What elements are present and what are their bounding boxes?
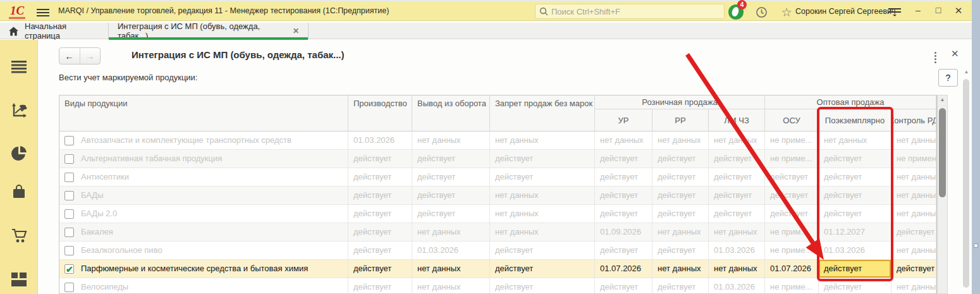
- value-cell[interactable]: действует: [652, 150, 709, 168]
- value-cell[interactable]: действует: [595, 242, 652, 259]
- selected-cell[interactable]: действует: [819, 260, 891, 278]
- product-name-cell[interactable]: Бакалея: [59, 223, 348, 241]
- col-header-ur[interactable]: УР: [595, 109, 652, 132]
- col-group-retail[interactable]: Розничная продажа: [595, 95, 765, 109]
- value-cell[interactable]: действует: [595, 187, 652, 204]
- value-cell[interactable]: действует: [765, 168, 819, 186]
- value-cell[interactable]: нет данных: [891, 205, 936, 223]
- value-cell[interactable]: не приме...: [765, 150, 819, 168]
- value-cell[interactable]: действует: [819, 278, 891, 294]
- window-maximize-button[interactable]: □: [931, 5, 945, 15]
- row-checkbox[interactable]: [64, 136, 74, 145]
- table-row[interactable]: Альтернативная табачная продукциядейству…: [59, 150, 936, 168]
- table-vertical-scrollbar[interactable]: ▲: [937, 95, 948, 294]
- value-cell[interactable]: 01.03.2026: [709, 242, 765, 259]
- value-cell[interactable]: нет данных: [490, 205, 595, 223]
- value-cell[interactable]: действует: [819, 168, 891, 186]
- global-search-input[interactable]: Поиск Ctrl+Shift+F: [535, 4, 725, 19]
- value-cell[interactable]: 01.12.2027: [819, 223, 891, 241]
- sidebar-crm-pie-icon[interactable]: [11, 146, 27, 161]
- col-header-per-item[interactable]: Поэкземплярно: [819, 109, 891, 132]
- value-cell[interactable]: 01.03.2026: [819, 242, 891, 259]
- form-close-icon[interactable]: ✕: [951, 48, 959, 59]
- value-cell[interactable]: не примен...: [891, 150, 936, 168]
- value-cell[interactable]: нет данных: [412, 132, 490, 149]
- value-cell[interactable]: не приме...: [765, 242, 819, 259]
- value-cell[interactable]: действует: [348, 150, 412, 168]
- tab-home-page[interactable]: Начальная страница: [0, 23, 109, 39]
- col-header-rr[interactable]: РР: [652, 109, 709, 132]
- value-cell[interactable]: не приме...: [765, 132, 819, 149]
- value-cell[interactable]: действует: [490, 168, 595, 186]
- window-minimize-button[interactable]: –: [911, 5, 925, 15]
- value-cell[interactable]: действует: [348, 168, 412, 186]
- value-cell[interactable]: нет данных: [490, 187, 595, 204]
- col-header-control-rd[interactable]: Контроль РД: [891, 109, 936, 132]
- value-cell[interactable]: действует: [348, 260, 412, 278]
- value-cell[interactable]: нет данных: [412, 223, 490, 241]
- value-cell[interactable]: действует: [819, 205, 891, 223]
- table-row[interactable]: БАДыдействуетдействуетнет данныхдействуе…: [59, 187, 936, 205]
- splitter-grip[interactable]: [974, 243, 978, 248]
- value-cell[interactable]: нет данных: [652, 132, 709, 149]
- scroll-up-icon[interactable]: ▲: [938, 95, 947, 104]
- value-cell[interactable]: действует: [652, 168, 709, 186]
- value-cell[interactable]: действует: [490, 278, 595, 294]
- current-user-name[interactable]: Сорокин Сергей Сергеевич: [795, 7, 896, 16]
- notifications-button[interactable]: 4: [727, 3, 744, 20]
- value-cell[interactable]: нет данных: [412, 260, 490, 278]
- sidebar-warehouse-tiles-icon[interactable]: [11, 273, 27, 288]
- value-cell[interactable]: действует: [412, 187, 490, 204]
- main-menu-icon[interactable]: [37, 7, 49, 18]
- value-cell[interactable]: 01.07.2026: [765, 260, 819, 278]
- row-checkbox[interactable]: [64, 154, 74, 164]
- value-cell[interactable]: действует: [595, 278, 652, 294]
- more-menu-icon[interactable]: [932, 51, 938, 64]
- value-cell[interactable]: 01.09.2026: [595, 223, 652, 241]
- value-cell[interactable]: действует: [709, 168, 765, 186]
- product-name-cell[interactable]: Парфюмерные и косметические средства и б…: [59, 260, 348, 278]
- value-cell[interactable]: нет данных: [891, 278, 936, 294]
- sidebar-main-menu-icon[interactable]: [11, 61, 27, 76]
- value-cell[interactable]: действует: [652, 278, 709, 294]
- history-icon[interactable]: [754, 4, 769, 20]
- back-button[interactable]: ←: [59, 48, 80, 64]
- value-cell[interactable]: действует: [765, 187, 819, 204]
- value-cell[interactable]: действует: [348, 242, 412, 259]
- value-cell[interactable]: действует: [348, 278, 412, 294]
- product-name-cell[interactable]: Безалкогольное пиво: [59, 242, 348, 259]
- value-cell[interactable]: действует: [652, 187, 709, 204]
- value-cell[interactable]: действует: [490, 260, 595, 278]
- col-header-products[interactable]: Виды продукции: [59, 95, 348, 132]
- value-cell[interactable]: действует: [819, 150, 891, 168]
- service-menu-icon[interactable]: [886, 4, 903, 20]
- row-checkbox[interactable]: [64, 228, 74, 237]
- value-cell[interactable]: действует: [819, 187, 891, 204]
- value-cell[interactable]: действует: [595, 205, 652, 223]
- value-cell[interactable]: 01.03.2026: [412, 242, 490, 259]
- value-cell[interactable]: действует: [709, 205, 765, 223]
- value-cell[interactable]: действует: [765, 205, 819, 223]
- value-cell[interactable]: действует: [595, 150, 652, 168]
- product-name-cell[interactable]: Антисептики: [59, 168, 348, 186]
- value-cell[interactable]: действует: [891, 260, 936, 278]
- col-header-osu[interactable]: ОСУ: [765, 109, 819, 132]
- forward-button[interactable]: →: [80, 48, 101, 64]
- value-cell[interactable]: 01.03.2026: [348, 132, 412, 149]
- value-cell[interactable]: 01.03.2026: [709, 278, 765, 294]
- value-cell[interactable]: действует: [348, 223, 412, 241]
- value-cell[interactable]: действует: [412, 168, 490, 186]
- value-cell[interactable]: действует: [709, 187, 765, 204]
- sidebar-purchases-bag-icon[interactable]: [11, 184, 27, 199]
- table-row[interactable]: Безалкогольное пиводействует01.03.2026де…: [59, 242, 936, 260]
- row-checkbox[interactable]: [64, 191, 74, 200]
- value-cell[interactable]: нет данных: [652, 223, 709, 241]
- col-header-production[interactable]: Производство: [348, 95, 412, 132]
- tab-close-icon[interactable]: ✕: [293, 27, 299, 35]
- value-cell[interactable]: 01.07.2026: [595, 260, 652, 278]
- value-cell[interactable]: нет данных: [490, 132, 595, 149]
- col-header-lm-chz[interactable]: ЛМ ЧЗ: [709, 109, 765, 132]
- table-row[interactable]: Антисептикидействуетдействуетдействуетде…: [59, 168, 936, 187]
- col-group-wholesale[interactable]: Оптовая продажа: [765, 95, 936, 109]
- row-checkbox[interactable]: [64, 246, 74, 255]
